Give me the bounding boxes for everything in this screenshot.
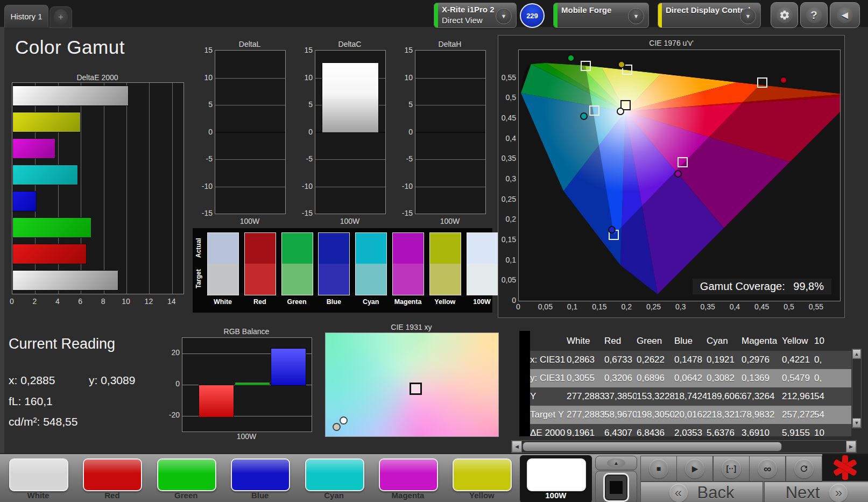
- row-gutter: [519, 406, 530, 424]
- collapse-panel-button[interactable]: ◀: [830, 2, 860, 28]
- table-cell: 0,4221: [782, 355, 814, 365]
- delta-bar: [322, 62, 379, 133]
- swatch-target: [208, 264, 238, 295]
- swatch-actual: [430, 233, 461, 264]
- pattern-button-red[interactable]: Red: [76, 455, 148, 502]
- scroll-right-icon[interactable]: ▶: [846, 441, 856, 452]
- pattern-button-white[interactable]: White: [2, 455, 74, 502]
- cie-1976-diagram: Gamut Coverage: 99,8%: [518, 50, 841, 301]
- swatch-target: [319, 264, 349, 295]
- meter-selector[interactable]: X-Rite i1Pro 2 Direct View ▼: [434, 3, 517, 28]
- y-tick-label: 0,5: [498, 93, 516, 102]
- rgb-bar-blue: [271, 348, 306, 386]
- pattern-button-green[interactable]: Green: [150, 455, 222, 502]
- scroll-up-icon[interactable]: ▲: [852, 349, 861, 359]
- pattern-label: 100W: [520, 491, 592, 500]
- chevron-left-icon: ◀: [837, 7, 853, 23]
- y-tick-label: 10: [396, 73, 413, 82]
- table-cell: 0,2622: [637, 355, 674, 365]
- table-cell: 78,9832: [742, 409, 782, 420]
- measured-point-magenta: [674, 170, 682, 178]
- refresh-icon: [794, 459, 814, 478]
- pattern-button-cyan[interactable]: Cyan: [298, 455, 370, 502]
- top-bar: History 1 + X-Rite i1Pro 2 Direct View ▼…: [0, 0, 868, 27]
- settings-button[interactable]: [771, 2, 798, 28]
- y-tick-label: 0,25: [498, 195, 516, 203]
- loop-button[interactable]: ∞: [749, 456, 786, 482]
- gridline: [215, 78, 285, 79]
- y-tick-label: -10: [195, 182, 213, 190]
- gridline: [415, 78, 485, 79]
- y-tick-label: 15: [195, 46, 213, 54]
- swatch-gloss: [158, 459, 215, 490]
- play-button[interactable]: ▶: [676, 456, 713, 482]
- chevron-down-icon[interactable]: ▼: [740, 8, 756, 24]
- help-button[interactable]: ?: [800, 2, 828, 28]
- table-row: ΔE 20009,19616,43076,84362,03535,63763,6…: [519, 424, 851, 436]
- back-button[interactable]: « Back: [640, 482, 763, 502]
- scrollbar-thumb[interactable]: [523, 442, 782, 451]
- x-tick-label: 12: [140, 297, 157, 306]
- y-tick-label: 5: [396, 100, 413, 109]
- y-tick-label: 0,55: [498, 73, 516, 82]
- pattern-label: White: [2, 491, 74, 500]
- x-tick-label: 0,4: [723, 302, 746, 311]
- control-name: Direct Display Control: [666, 5, 751, 15]
- next-button[interactable]: Next »: [764, 482, 868, 502]
- table-cell: 2,0353: [674, 428, 707, 436]
- row-label: ΔE 2000: [530, 428, 567, 436]
- delta-e-bar-100w: [12, 86, 129, 106]
- scroll-down-icon[interactable]: ▼: [852, 418, 861, 428]
- x-tick-label: 0,3: [669, 302, 693, 311]
- cie-1931-target-marker: [410, 383, 422, 395]
- table-cell: 0,2976: [742, 355, 782, 365]
- chevron-down-icon[interactable]: ▼: [628, 8, 644, 24]
- swatch-actual: [282, 233, 313, 264]
- chevron-down-icon[interactable]: ▼: [496, 8, 512, 24]
- y-tick-label: 0: [396, 128, 413, 136]
- source-status-strip: [554, 3, 558, 27]
- source-selector[interactable]: Mobile Forge ▼: [553, 3, 649, 28]
- column-header: Yellow: [782, 336, 814, 347]
- pattern-button-blue[interactable]: Blue: [224, 455, 296, 502]
- table-horizontal-scrollbar[interactable]: ◀ ▶: [511, 440, 857, 453]
- rgb-bar-red: [199, 385, 234, 418]
- display-control-selector[interactable]: Direct Display Control ▼: [658, 3, 761, 28]
- delta-e-bar-yellow: [12, 112, 81, 132]
- delta-chart-deltac: DeltaC151050-5-10-15100W: [295, 40, 387, 228]
- table-vertical-scrollbar[interactable]: ▲ ▼: [852, 349, 862, 428]
- pattern-button-yellow[interactable]: Yellow: [446, 455, 518, 502]
- swatch-gloss: [454, 459, 511, 490]
- scroll-left-icon[interactable]: ◀: [512, 441, 522, 452]
- x-tick-label: 2: [26, 297, 43, 306]
- delta-e-bar-green: [12, 217, 91, 238]
- swatch-label: Blue: [315, 298, 352, 306]
- chart-plot: [415, 50, 486, 214]
- x-tick-label: 0,1: [561, 302, 584, 311]
- delta-e-bar-red: [12, 244, 87, 264]
- delta-e-chart-title: DeltaE 2000: [12, 73, 183, 82]
- calman-window: History 1 + X-Rite i1Pro 2 Direct View ▼…: [0, 0, 868, 502]
- stop-button[interactable]: ■: [640, 456, 677, 482]
- refresh-button[interactable]: [786, 456, 822, 482]
- pattern-window-button[interactable]: [595, 471, 637, 502]
- y-tick-label: 10: [295, 73, 313, 82]
- row-label-actual: Actual: [194, 232, 203, 263]
- pattern-button-magenta[interactable]: Magenta: [372, 455, 444, 502]
- table-cell: 277,2883: [567, 391, 604, 402]
- table-cell: 277,2883: [567, 409, 604, 420]
- plus-icon: +: [54, 9, 68, 25]
- swatch-label: Cyan: [352, 298, 390, 306]
- expand-panel-button[interactable]: ▲: [595, 456, 637, 470]
- x-tick-label: 0,05: [533, 302, 557, 311]
- table-cell: 218,3213: [707, 409, 742, 420]
- tab-history-1[interactable]: History 1: [4, 5, 48, 27]
- table-cell: 54: [814, 409, 850, 420]
- table-cell: 37,3850: [604, 391, 637, 402]
- y-tick-label: 0: [295, 128, 313, 136]
- table-row: Y277,288337,3850153,322818,7424189,60636…: [519, 387, 851, 406]
- table-cell: 0,2863: [567, 355, 604, 365]
- step-button[interactable]: [··]: [713, 456, 750, 482]
- pattern-button-100w[interactable]: 100W: [520, 455, 592, 502]
- add-tab-button[interactable]: +: [50, 6, 72, 28]
